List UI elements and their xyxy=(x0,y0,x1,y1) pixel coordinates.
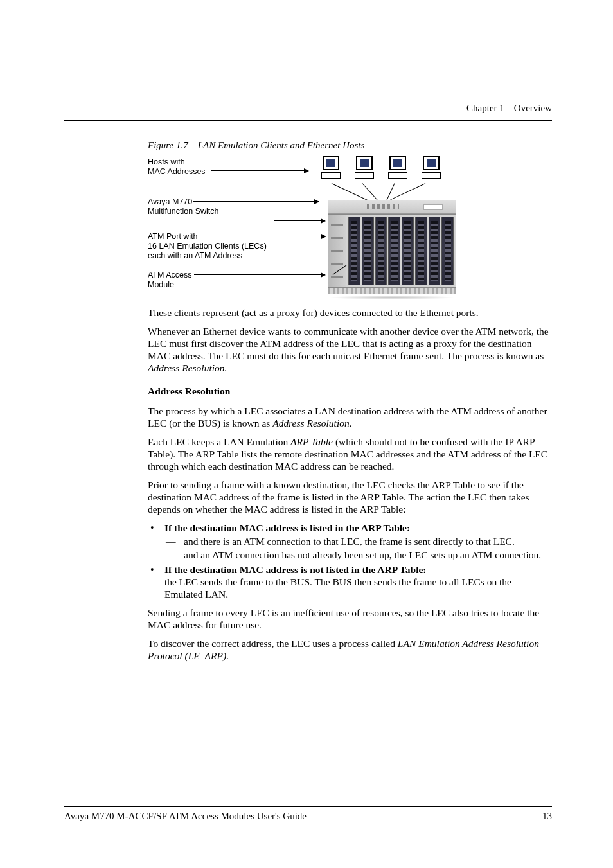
sub-list: and there is an ATM connection to that L… xyxy=(164,535,552,561)
footer-rule xyxy=(64,806,552,807)
wire xyxy=(390,183,425,200)
label-switch: Avaya M770 Multifunction Switch xyxy=(148,197,218,217)
footer-page-number: 13 xyxy=(542,811,552,822)
header-rule xyxy=(64,120,552,121)
sub-list-item: and an ATM connection has not already be… xyxy=(164,549,552,561)
section-heading: Address Resolution xyxy=(148,385,552,397)
arrow-port xyxy=(202,236,326,236)
paragraph: The process by which a LEC associates a … xyxy=(148,405,552,429)
footer-left: Avaya M770 M-ACCF/SF ATM Access Modules … xyxy=(64,811,306,822)
label-hosts: Hosts with MAC Addresses xyxy=(148,157,206,177)
figure-title: LAN Emulation Clients and Ethernet Hosts xyxy=(198,140,365,150)
host-icon xyxy=(422,156,441,179)
page-footer: Avaya M770 M-ACCF/SF ATM Access Modules … xyxy=(64,806,552,822)
arrow-hosts xyxy=(211,170,308,171)
bullet-list: If the destination MAC address is listed… xyxy=(148,522,552,600)
paragraph: Prior to sending a frame with a known de… xyxy=(148,479,552,515)
figure-diagram: Hosts with MAC Addresses Avaya M770 Mult… xyxy=(148,156,475,297)
label-access: ATM Access Module xyxy=(148,270,192,290)
figure-number: Figure 1.7 xyxy=(148,140,188,150)
host-icon xyxy=(321,156,341,179)
list-item: If the destination MAC address is listed… xyxy=(148,522,552,561)
chapter-label: Chapter 1 xyxy=(466,103,504,113)
list-item: If the destination MAC address is not li… xyxy=(148,563,552,600)
arrow-access xyxy=(194,274,325,275)
host-icon xyxy=(388,156,407,179)
paragraph: To discover the correct address, the LEC… xyxy=(148,637,552,662)
paragraph: These clients represent (act as a proxy … xyxy=(148,306,552,319)
paragraph: Sending a frame to every LEC is an ineff… xyxy=(148,607,552,631)
page-header: Chapter 1 Overview xyxy=(64,103,552,114)
switch-chassis xyxy=(328,200,456,290)
arrow-port-upper xyxy=(274,220,325,221)
paragraph: Each LEC keeps a LAN Emulation ARP Table… xyxy=(148,436,552,472)
host-icon xyxy=(355,156,374,179)
sub-list-item: and there is an ATM connection to that L… xyxy=(164,535,552,547)
chapter-title: Overview xyxy=(514,103,552,113)
hosts-row xyxy=(321,156,441,179)
figure-caption: Figure 1.7 LAN Emulation Clients and Eth… xyxy=(148,140,552,151)
arrow-switch xyxy=(193,201,319,202)
paragraph: Whenever an Ethernet device wants to com… xyxy=(148,325,552,374)
